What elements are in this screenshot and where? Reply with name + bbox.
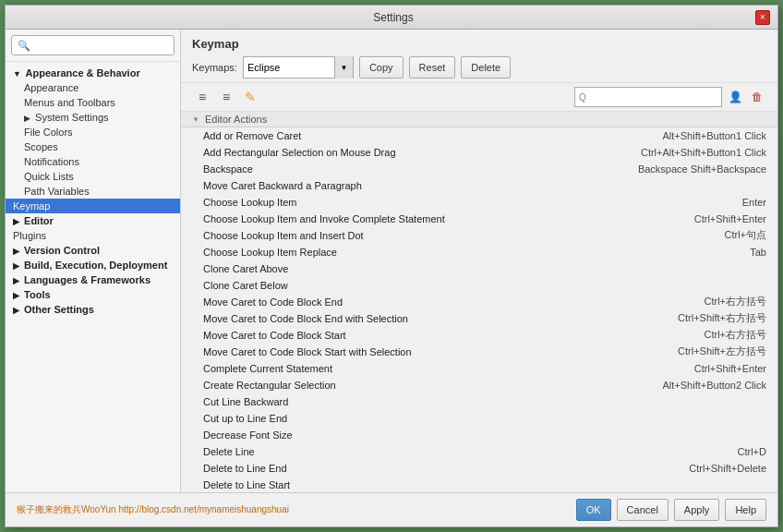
delete-button[interactable]: Delete [461,56,511,79]
keymap-rows-container: Add or Remove CaretAlt+Shift+Button1 Cli… [181,127,777,492]
action-label: Choose Lookup Item and Invoke Complete S… [203,213,687,224]
table-row[interactable]: Choose Lookup Item ReplaceTab [181,244,777,260]
sidebar-item-tools[interactable]: ▶ Tools [6,287,180,302]
action-label: Decrease Font Size [203,429,759,441]
table-row[interactable]: Choose Lookup Item and Insert DotCtrl+句点 [181,227,777,244]
user-icon[interactable]: 👤 [726,88,744,106]
action-label: Complete Current Statement [203,363,687,374]
sidebar-tree: ▼ Appearance & Behavior Appearance Menus… [6,62,180,492]
sidebar-item-scopes[interactable]: Scopes [6,139,180,154]
edit-button[interactable]: ✎ [240,87,260,107]
table-row[interactable]: Create Rectangular SelectionAlt+Shift+Bu… [181,377,777,393]
shortcut-label: Ctrl+D [730,446,766,457]
help-button[interactable]: Help [725,499,766,521]
sidebar-item-appearance[interactable]: Appearance [6,80,180,95]
keymap-table[interactable]: ▼ Editor Actions Add or Remove CaretAlt+… [181,112,777,492]
shortcut-label: Ctrl+右方括号 [696,295,766,308]
table-row[interactable]: Add or Remove CaretAlt+Shift+Button1 Cli… [181,127,777,144]
sidebar-item-build-execution[interactable]: ▶ Build, Execution, Deployment [6,258,180,272]
table-row[interactable]: Move Caret to Code Block EndCtrl+右方括号 [181,294,777,310]
shortcut-label: Tab [742,247,766,258]
sidebar-search-input[interactable] [11,35,175,55]
table-row[interactable]: Clone Caret Below [181,277,777,294]
table-row[interactable]: Move Caret to Code Block StartCtrl+右方括号 [181,327,777,344]
keymap-title: Keymap [192,37,766,51]
sidebar-item-languages-frameworks[interactable]: ▶ Languages & Frameworks [6,272,180,287]
action-label: Backspace [203,163,631,175]
sidebar-item-plugins[interactable]: Plugins [6,228,180,243]
table-row[interactable]: Cut Line Backward [181,393,777,410]
table-row[interactable]: Move Caret Backward a Paragraph [181,177,777,194]
shortcut-label: Enter [735,197,766,208]
sidebar-item-appearance-behavior[interactable]: ▼ Appearance & Behavior [6,66,180,80]
close-button[interactable]: × [755,10,770,25]
shortcut-label: Alt+Shift+Button1 Click [655,130,766,141]
sidebar-item-notifications[interactable]: Notifications [6,154,180,169]
table-row[interactable]: Delete to Line EndCtrl+Shift+Delete [181,460,777,477]
settings-dialog: Settings × ▼ Appearance & Behavior Appea… [5,5,778,527]
table-row[interactable]: Complete Current StatementCtrl+Shift+Ent… [181,360,777,377]
table-row[interactable]: Choose Lookup ItemEnter [181,194,777,211]
search-icon: Q [579,92,586,103]
dialog-title: Settings [31,11,755,24]
copy-button[interactable]: Copy [359,56,404,79]
shortcut-label: Ctrl+Shift+左方括号 [670,345,766,358]
collapse-all-button[interactable]: ≡ [216,87,236,107]
table-row[interactable]: Clone Caret Above [181,260,777,277]
action-label: Cut up to Line End [203,413,759,424]
ok-button[interactable]: OK [576,499,611,521]
table-row[interactable]: Move Caret to Code Block Start with Sele… [181,344,777,360]
cancel-button[interactable]: Cancel [617,499,669,521]
expand-all-button[interactable]: ≡ [192,87,212,107]
keymap-select[interactable]: Eclipse ▼ [243,56,354,79]
sidebar-item-other-settings[interactable]: ▶ Other Settings [6,302,180,317]
section-arrow-icon: ▼ [192,115,199,124]
sidebar-item-keymap[interactable]: Keymap [6,199,180,213]
sidebar-item-version-control[interactable]: ▶ Version Control [6,243,180,258]
table-row[interactable]: Delete to Line Start [181,477,777,492]
expand-arrow-icon: ▶ [13,306,19,315]
sidebar-item-quick-lists[interactable]: Quick Lists [6,169,180,184]
keymap-select-value: Eclipse [247,62,334,73]
sidebar-item-file-colors[interactable]: File Colors [6,125,180,139]
expand-arrow-icon: ▶ [13,247,19,256]
apply-button[interactable]: Apply [674,499,720,521]
section-label: Editor Actions [205,114,267,125]
action-label: Choose Lookup Item and Insert Dot [203,230,717,241]
table-row[interactable]: Choose Lookup Item and Invoke Complete S… [181,211,777,227]
sidebar-search-container [6,30,180,62]
table-row[interactable]: Decrease Font Size [181,427,777,443]
sidebar-item-menus-toolbars[interactable]: Menus and Toolbars [6,95,180,110]
trash-icon[interactable]: 🗑 [748,88,766,106]
keymap-dropdown-arrow-icon: ▼ [334,56,353,79]
shortcut-label: Ctrl+Shift+Enter [687,213,766,224]
search-box: Q [574,87,722,107]
expand-arrow-icon: ▶ [13,276,19,285]
sidebar: ▼ Appearance & Behavior Appearance Menus… [6,30,181,492]
action-label: Cut Line Backward [203,396,759,407]
shortcut-label: Ctrl+Alt+Shift+Button1 Click [633,147,766,158]
dialog-body: ▼ Appearance & Behavior Appearance Menus… [6,30,777,492]
shortcut-label: Ctrl+句点 [717,228,766,242]
action-label: Choose Lookup Item [203,197,735,208]
table-row[interactable]: Add Rectangular Selection on Mouse DragC… [181,144,777,161]
shortcut-label: Ctrl+Shift+Enter [687,363,766,374]
sidebar-item-system-settings[interactable]: ▶ System Settings [6,110,180,125]
table-row[interactable]: BackspaceBackspace Shift+Backspace [181,161,777,177]
action-label: Move Caret to Code Block End [203,296,696,308]
expand-arrow-icon: ▶ [13,291,19,300]
keymap-toolbar: ≡ ≡ ✎ Q 👤 🗑 [181,83,777,112]
table-row[interactable]: Cut up to Line End [181,410,777,427]
reset-button[interactable]: Reset [409,56,456,79]
search-input[interactable] [589,91,700,103]
sidebar-item-path-variables[interactable]: Path Variables [6,184,180,199]
shortcut-label: Alt+Shift+Button2 Click [655,380,766,391]
action-label: Add Rectangular Selection on Mouse Drag [203,147,633,158]
expand-arrow-icon: ▶ [24,114,30,123]
table-row[interactable]: Move Caret to Code Block End with Select… [181,310,777,327]
action-label: Add or Remove Caret [203,130,655,141]
keymaps-label: Keymaps: [192,62,237,73]
sidebar-item-editor[interactable]: ▶ Editor [6,213,180,228]
table-row[interactable]: Delete LineCtrl+D [181,443,777,460]
keymap-controls: Keymaps: Eclipse ▼ Copy Reset Delete [192,56,766,79]
